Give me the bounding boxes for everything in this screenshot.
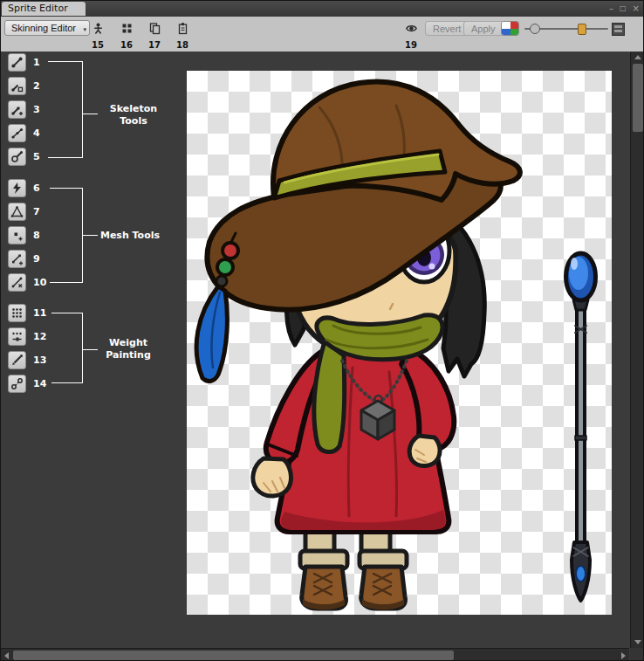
tool-number: 14 <box>33 375 46 393</box>
tool-number: 2 <box>33 77 40 95</box>
copy-button[interactable] <box>145 20 164 37</box>
scroll-left-arrow-icon[interactable] <box>4 652 9 659</box>
tool-button-edit-joints[interactable] <box>8 148 26 166</box>
visibility-button[interactable] <box>401 20 421 37</box>
tool-number: 10 <box>33 273 46 292</box>
rgb-alpha-toggle-button[interactable] <box>501 21 519 36</box>
magic-staff <box>566 253 596 601</box>
tool-button-create-bone[interactable] <box>8 53 26 72</box>
skinning-editor-dropdown-label: Skinning Editor <box>11 23 76 33</box>
scroll-down-arrow-icon[interactable] <box>634 640 641 644</box>
rgb-red-swatch <box>510 22 519 29</box>
rgb-blue-swatch <box>502 29 510 36</box>
sprite-artwork <box>187 71 612 615</box>
skinning-editor-dropdown[interactable]: Skinning Editor ▾ <box>4 20 90 36</box>
bone-chain-icon <box>10 127 24 140</box>
tool-number: 13 <box>33 351 46 369</box>
scroll-right-arrow-icon[interactable] <box>621 652 626 659</box>
rgb-white-swatch <box>502 22 510 29</box>
rgb-green-swatch <box>510 29 519 36</box>
scroll-up-arrow-icon[interactable] <box>634 55 641 59</box>
tool-button-split-edge[interactable] <box>8 273 26 292</box>
tool-button-weight-slider[interactable] <box>8 327 26 346</box>
window-controls: – □ × <box>609 2 640 16</box>
tool-number: 12 <box>33 327 46 346</box>
toolbar-number-18: 18 <box>173 40 192 50</box>
tool-button-create-vertex[interactable] <box>8 226 26 244</box>
apply-label: Apply <box>471 24 496 34</box>
tool-button-create-edge[interactable] <box>8 250 26 268</box>
weight-slider-icon <box>10 330 24 343</box>
paste-button[interactable] <box>173 20 192 37</box>
apply-button[interactable]: Apply <box>463 21 504 36</box>
bone-influence-icon <box>10 377 24 390</box>
mipmap-icon <box>612 23 625 36</box>
window-tab[interactable]: Sprite Editor <box>2 2 86 16</box>
vertical-scroll-thumb[interactable] <box>633 64 643 132</box>
tool-number: 1 <box>33 53 40 72</box>
edit-bone-icon <box>10 79 24 93</box>
toolbar-number-19: 19 <box>401 40 421 50</box>
tool-number: 7 <box>33 203 40 221</box>
split-bone-icon <box>10 103 24 116</box>
revert-label: Revert <box>433 24 461 34</box>
boots <box>300 551 407 609</box>
chibi-witch-character <box>196 81 520 609</box>
zoom-slider-thumb[interactable] <box>530 24 540 34</box>
pose-figure-icon <box>92 22 105 35</box>
left-hand <box>253 458 291 496</box>
split-edge-icon <box>10 276 24 289</box>
mip-slider-thumb[interactable] <box>578 24 586 35</box>
create-edge-icon <box>10 252 24 265</box>
sprite-sheet-button[interactable] <box>117 20 136 37</box>
vertical-scrollbar[interactable] <box>630 52 644 648</box>
reset-pose-button[interactable] <box>88 20 107 37</box>
tool-button-split-bone[interactable] <box>8 100 26 119</box>
revert-button[interactable]: Revert <box>425 21 469 36</box>
scrollbar-corner <box>630 648 644 661</box>
tool-button-auto-geometry[interactable] <box>8 179 26 197</box>
weight-painting-label-line1: Weight <box>109 337 147 348</box>
unity-cube-pendant <box>361 401 394 439</box>
sprite-editor-window: Sprite Editor – □ × Skinning Editor ▾ <box>0 0 644 661</box>
horizontal-scrollbar[interactable] <box>1 648 629 661</box>
eye-icon <box>405 22 418 35</box>
red-bead <box>223 243 238 258</box>
copy-icon <box>148 22 161 35</box>
tool-button-edit-geometry[interactable] <box>8 203 26 221</box>
chevron-down-icon: ▾ <box>83 22 86 37</box>
weight-painting-label-line2: Painting <box>106 349 151 361</box>
toolbar-number-15: 15 <box>88 40 107 50</box>
sprite-canvas-viewport[interactable]: 1 2 3 4 5 6 7 8 9 10 11 12 13 14 Skeleto… <box>1 52 629 648</box>
tool-button-edit-bone[interactable] <box>8 77 26 95</box>
tool-number: 6 <box>33 179 40 197</box>
weight-brush-icon <box>10 354 24 367</box>
green-bead <box>217 259 233 275</box>
auto-weights-icon <box>10 306 24 320</box>
toolbar: Skinning Editor ▾ <box>1 17 643 52</box>
tool-button-weight-brush[interactable] <box>8 351 26 369</box>
auto-geometry-icon <box>10 182 24 195</box>
edit-geometry-icon <box>10 205 24 218</box>
toolbar-number-17: 17 <box>145 40 164 50</box>
paste-icon <box>176 22 189 35</box>
tool-button-bone-influence[interactable] <box>8 375 26 393</box>
tool-number: 11 <box>33 304 46 322</box>
maximize-icon[interactable]: □ <box>620 2 627 16</box>
tool-number: 5 <box>33 148 40 166</box>
horizontal-scroll-thumb[interactable] <box>13 651 454 660</box>
skeleton-tools-label-line1: Skeleton <box>110 103 157 114</box>
minimize-icon[interactable]: – <box>609 2 613 16</box>
tool-button-bone-chain[interactable] <box>8 124 26 142</box>
create-vertex-icon <box>10 229 24 242</box>
close-icon[interactable]: × <box>633 2 640 16</box>
tool-number: 4 <box>33 124 40 142</box>
weight-painting-bracket: Weight Painting <box>51 313 151 382</box>
create-bone-icon <box>10 56 24 69</box>
titlebar: Sprite Editor – □ × <box>1 1 643 17</box>
skeleton-tools-label-line2: Tools <box>120 115 147 127</box>
toolbar-number-16: 16 <box>117 40 136 50</box>
grid-icon <box>120 22 134 35</box>
tool-button-auto-weights[interactable] <box>8 304 26 322</box>
transparency-checkerboard[interactable] <box>187 71 612 615</box>
